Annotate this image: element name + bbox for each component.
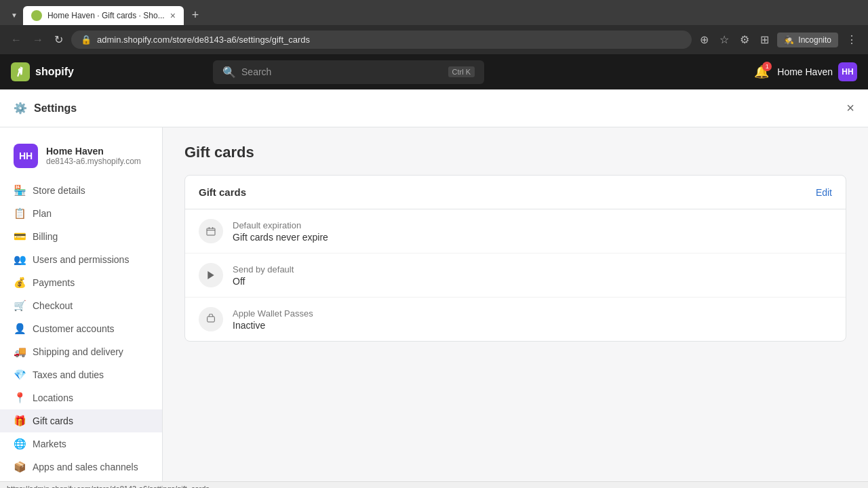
sidebar-item-apps-and-sales-channels[interactable]: 📦 Apps and sales channels <box>0 455 162 479</box>
sidebar-item-customer-accounts[interactable]: 👤 Customer accounts <box>0 317 162 340</box>
shopify-logo-icon <box>11 62 30 81</box>
sidebar-item-label: Markets <box>33 439 66 449</box>
incognito-button[interactable]: 🕵 Incognito <box>777 33 838 47</box>
sidebar-item-label: Taxes and duties <box>33 369 104 380</box>
topbar-store-name: Home Haven <box>777 66 833 77</box>
url-text: admin.shopify.com/store/de8143-a6/settin… <box>97 35 310 45</box>
forward-button[interactable]: → <box>30 31 46 49</box>
users-icon: 👥 <box>14 253 26 266</box>
apple-wallet-info: Apple Wallet Passes Inactive <box>233 308 313 331</box>
svg-rect-2 <box>208 317 215 322</box>
card-header: Gift cards Edit <box>185 176 846 209</box>
notification-bell[interactable]: 🔔 1 <box>754 64 769 79</box>
sidebar-item-label: Plan <box>33 208 52 219</box>
sidebar-item-label: Checkout <box>33 300 73 311</box>
send-by-default-icon <box>199 263 223 287</box>
store-avatar: HH <box>838 62 857 81</box>
edit-button[interactable]: Edit <box>816 187 832 198</box>
default-expiration-icon <box>199 219 223 243</box>
sidebar-item-gift-cards[interactable]: 🎁 Gift cards <box>0 409 162 432</box>
send-by-default-info: Send by default Off <box>233 264 294 287</box>
plan-icon: 📋 <box>14 207 26 220</box>
store-details-icon: 🏪 <box>14 184 26 197</box>
topbar-right: 🔔 1 Home Haven HH <box>754 62 857 81</box>
shopify-topbar: shopify 🔍 Search Ctrl K 🔔 1 Home Haven H… <box>0 54 868 89</box>
send-by-default-label: Send by default <box>233 264 294 274</box>
tab-title: Home Haven · Gift cards · Sho... <box>47 11 165 20</box>
browser-actions: ⊕ ☆ ⚙ ⊞ 🕵 Incognito ⋮ <box>697 30 860 49</box>
sidebar-item-markets[interactable]: 🌐 Markets <box>0 432 162 455</box>
default-expiration-label: Default expiration <box>233 220 328 230</box>
setting-default-expiration: Default expiration Gift cards never expi… <box>185 209 846 253</box>
default-expiration-info: Default expiration Gift cards never expi… <box>233 220 328 243</box>
default-expiration-value: Gift cards never expire <box>233 232 328 243</box>
reload-button[interactable]: ↻ <box>52 30 66 49</box>
active-tab: Home Haven · Gift cards · Sho... × <box>23 6 184 25</box>
checkout-icon: 🛒 <box>14 300 26 312</box>
sidebar-item-plan[interactable]: 📋 Plan <box>0 202 162 225</box>
lock-icon: 🔒 <box>81 35 92 45</box>
status-url: https://admin.shopify.com/store/de8143-a… <box>7 485 210 488</box>
split-icon[interactable]: ⊞ <box>757 30 772 49</box>
setting-apple-wallet: Apple Wallet Passes Inactive <box>185 298 846 341</box>
apple-wallet-label: Apple Wallet Passes <box>233 308 313 319</box>
new-tab-button[interactable]: + <box>186 5 205 25</box>
bookmark-icon[interactable]: ☆ <box>717 30 732 49</box>
apple-wallet-icon <box>199 307 223 331</box>
extensions-icon[interactable]: ⚙ <box>737 30 752 49</box>
sidebar-item-shipping-and-delivery[interactable]: 🚚 Shipping and delivery <box>0 340 162 363</box>
browser-dropdown[interactable]: ▼ <box>8 9 20 22</box>
sidebar-item-locations[interactable]: 📍 Locations <box>0 386 162 409</box>
sidebar-item-store-details[interactable]: 🏪 Store details <box>0 179 162 202</box>
settings-title: ⚙️ Settings <box>14 102 77 115</box>
tab-bar: ▼ Home Haven · Gift cards · Sho... × + <box>0 0 868 25</box>
setting-send-by-default: Send by default Off <box>185 253 846 298</box>
gift-cards-icon: 🎁 <box>14 415 26 427</box>
sidebar-item-label: Users and permissions <box>33 254 129 265</box>
url-bar[interactable]: 🔒 admin.shopify.com/store/de8143-a6/sett… <box>71 30 692 49</box>
sidebar-item-label: Apps and sales channels <box>33 462 138 472</box>
cast-icon[interactable]: ⊕ <box>697 30 711 49</box>
settings-window: ⚙️ Settings × HH Home Haven de8143-a6.my… <box>0 89 868 481</box>
status-bar: https://admin.shopify.com/store/de8143-a… <box>0 481 868 488</box>
store-domain: de8143-a6.myshopify.com <box>46 157 141 166</box>
back-button[interactable]: ← <box>8 31 24 49</box>
incognito-icon: 🕵 <box>784 35 794 45</box>
locations-icon: 📍 <box>14 392 26 404</box>
svg-rect-0 <box>207 228 215 235</box>
settings-body: HH Home Haven de8143-a6.myshopify.com 🏪 … <box>0 127 868 481</box>
taxes-icon: 💎 <box>14 369 26 381</box>
sidebar-item-checkout[interactable]: 🛒 Checkout <box>0 294 162 317</box>
customer-accounts-icon: 👤 <box>14 323 26 335</box>
shopify-logo: shopify <box>11 62 74 81</box>
sidebar-item-label: Gift cards <box>33 415 73 426</box>
store-selector[interactable]: Home Haven HH <box>777 62 857 81</box>
sidebar-item-payments[interactable]: 💰 Payments <box>0 271 162 294</box>
settings-sidebar: HH Home Haven de8143-a6.myshopify.com 🏪 … <box>0 127 163 481</box>
store-avatar-sidebar: HH <box>14 144 38 168</box>
browser-chrome: ▼ Home Haven · Gift cards · Sho... × + ←… <box>0 0 868 54</box>
menu-icon[interactable]: ⋮ <box>844 30 860 49</box>
app-wrapper: shopify 🔍 Search Ctrl K 🔔 1 Home Haven H… <box>0 54 868 481</box>
search-bar[interactable]: 🔍 Search Ctrl K <box>213 60 484 84</box>
sidebar-item-taxes-and-duties[interactable]: 💎 Taxes and duties <box>0 363 162 386</box>
sidebar-item-label: Locations <box>33 392 73 403</box>
apple-wallet-value: Inactive <box>233 320 313 331</box>
tab-close-button[interactable]: × <box>170 11 176 20</box>
shopify-logo-text: shopify <box>35 66 74 78</box>
sidebar-item-domains[interactable]: 🔗 Domains <box>0 479 162 481</box>
address-bar: ← → ↻ 🔒 admin.shopify.com/store/de8143-a… <box>0 25 868 54</box>
sidebar-item-users-and-permissions[interactable]: 👥 Users and permissions <box>0 248 162 271</box>
sidebar-item-label: Customer accounts <box>33 323 115 334</box>
search-shortcut: Ctrl K <box>448 66 475 77</box>
settings-close-button[interactable]: × <box>846 100 854 116</box>
search-icon: 🔍 <box>222 66 236 79</box>
main-content: Gift cards Gift cards Edit Default expir… <box>163 127 868 481</box>
store-info: Home Haven de8143-a6.myshopify.com <box>46 146 141 166</box>
payments-icon: 💰 <box>14 277 26 289</box>
sidebar-item-billing[interactable]: 💳 Billing <box>0 225 162 248</box>
page-title: Gift cards <box>184 144 846 161</box>
gift-cards-card: Gift cards Edit Default expiration Gift … <box>184 175 846 342</box>
search-placeholder: Search <box>241 66 443 77</box>
store-name: Home Haven <box>46 146 141 157</box>
